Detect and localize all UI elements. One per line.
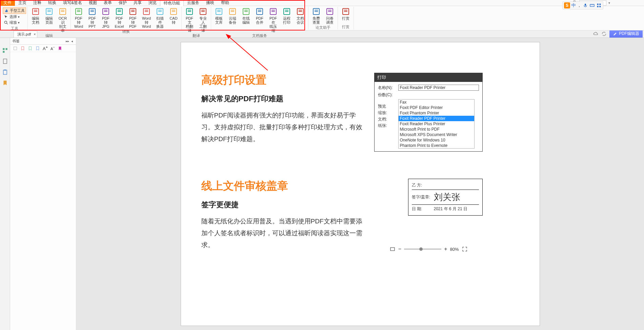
ribbon-btn-OCR识别文本[interactable]: OCR识 别文本 (56, 7, 69, 33)
bookmark-side-icon[interactable] (2, 80, 8, 86)
ribbon-btn-模板文库[interactable]: 模板 文库 (213, 7, 225, 33)
menu-视图[interactable]: 视图 (85, 0, 100, 6)
menu-浏览[interactable]: 浏览 (145, 0, 160, 6)
group-label: 文档服务 (252, 33, 267, 38)
menu-特色功能[interactable]: 特色功能 (160, 0, 184, 6)
collapse-icon[interactable]: ▸▸ (65, 39, 70, 43)
fit-width-icon[interactable] (389, 246, 396, 252)
ribbon-btn-PDF合并[interactable]: PDF 合并 (253, 7, 266, 33)
bm-flag-icon[interactable] (35, 46, 40, 51)
ribbon-btn-PDF文档翻译[interactable]: PDF文 档翻译 (183, 7, 196, 33)
document-viewport[interactable]: 高级打印设置 解决常见的PDF打印难题 福昕PDF阅读器拥有强大的打印功能，界面… (76, 38, 644, 330)
svg-rect-42 (201, 10, 205, 10)
svg-rect-40 (188, 11, 191, 12)
cloud-icon[interactable] (593, 31, 599, 37)
keyboard-icon[interactable] (589, 3, 595, 8)
sync-icon[interactable] (601, 31, 607, 37)
menu-播映[interactable]: 播映 (203, 0, 218, 6)
ribbon-btn-文档会议[interactable]: 文档 会议 (294, 7, 307, 33)
dropdown-icon[interactable]: ▾ (608, 1, 610, 5)
zoom-slider[interactable] (404, 248, 441, 250)
svg-rect-61 (285, 11, 288, 12)
font-larger-icon[interactable]: A+ (43, 45, 48, 51)
ribbon-btn-编辑文档[interactable]: 编辑 文档 (29, 7, 42, 33)
menu-表单[interactable]: 表单 (100, 0, 115, 6)
svg-rect-84 (3, 59, 7, 64)
ribbon-btn-PDF转PDF[interactable]: PDF 转PDF (126, 7, 139, 29)
ribbon-btn-PDF在线压缩[interactable]: PDF在 线压缩 (267, 7, 280, 33)
svg-rect-43 (201, 11, 205, 12)
menu-转换[interactable]: 转换 (45, 0, 60, 6)
sign-title: 线上文件审核盖章 (201, 179, 364, 194)
svg-rect-13 (61, 11, 64, 12)
menu-文件[interactable]: 文件 (0, 0, 15, 6)
bm-add-icon[interactable] (20, 46, 25, 51)
group-label: 编辑 (45, 33, 53, 38)
svg-rect-55 (258, 11, 261, 12)
bm-marker-icon[interactable] (58, 46, 62, 51)
ribbon-btn-编辑页面[interactable]: 编辑 页面 (43, 7, 56, 33)
menu-云服务[interactable]: 云服务 (184, 0, 203, 6)
zoom-in[interactable]: + (444, 246, 447, 252)
select-tool[interactable]: 选择 ▾ (3, 14, 26, 20)
zoom-tool[interactable]: 缩放 ▾ (3, 20, 26, 25)
menubar: 文件主页注释转换填写&签名视图表单保护共享浏览特色功能云服务播映帮助 ▾ (0, 0, 644, 6)
ribbon-btn-问卷调查[interactable]: 问卷 调查 (323, 7, 336, 25)
document-tabbar: 演示.pdf × PDF编辑器 (0, 30, 644, 38)
sign-subtitle: 签字更便捷 (201, 200, 364, 210)
ribbon-btn-专业人工翻译[interactable]: 专业人 工翻译 (197, 7, 209, 33)
font-smaller-icon[interactable]: A− (51, 46, 55, 51)
ribbon-btn-PDF转JPG[interactable]: PDF 转JPG (99, 7, 112, 29)
ribbon-btn-免费查重[interactable]: 免费 查重 (310, 7, 323, 25)
svg-rect-60 (285, 10, 288, 10)
svg-rect-49 (231, 11, 234, 12)
menu-共享[interactable]: 共享 (130, 0, 145, 6)
ribbon-btn-PDF转Word[interactable]: PDF转 Word (72, 7, 85, 29)
svg-rect-10 (47, 11, 51, 12)
ribbon-btn-PDF转Excel[interactable]: PDF转 Excel (113, 7, 126, 29)
bm-expand-icon[interactable] (13, 46, 18, 51)
bm-tag-icon[interactable] (28, 46, 33, 51)
ime-lang[interactable]: 中 (571, 2, 576, 8)
printer-list: FaxFoxit PDF Editor PrinterFoxit Phantom… (398, 99, 475, 149)
ime-punct-icon[interactable]: ， (577, 3, 581, 8)
ribbon-group-文档服务: 模板 文库云端 备份在线 编辑PDF 合并PDF在 线压缩远程 打印文档 会议文… (211, 7, 308, 29)
ribbon-btn-Word转Word[interactable]: Word 转Word (140, 7, 153, 29)
ribbon-btn-在线编辑[interactable]: 在线 编辑 (240, 7, 253, 33)
ribbon-group-tools: 手型工具 选择 ▾ 缩放 ▾ 工具 (1, 7, 28, 29)
page-icon[interactable] (2, 58, 8, 64)
ribbon-btn-打赏[interactable]: 打赏 (339, 7, 352, 21)
group-label: 工具 (11, 26, 18, 31)
thumbnails-icon[interactable] (2, 47, 8, 53)
menu-注释[interactable]: 注释 (30, 0, 45, 6)
grid-icon[interactable] (596, 3, 602, 8)
zoom-out[interactable]: − (398, 246, 401, 252)
svg-rect-69 (328, 10, 331, 10)
ribbon-btn-远程打印[interactable]: 远程 打印 (280, 7, 293, 33)
svg-rect-51 (244, 10, 248, 10)
close-icon[interactable]: × (34, 32, 36, 36)
printer-option: Foxit Reader Plus Printer (399, 121, 474, 127)
svg-rect-30 (145, 10, 148, 10)
svg-rect-70 (328, 11, 331, 12)
pdf-editor-button[interactable]: PDF编辑器 (609, 30, 643, 38)
ribbon-group-论文助手: 免费 查重问卷 调查论文助手 (308, 7, 338, 29)
ribbon-btn-扫描件换器[interactable]: 扫描件 换器 (154, 7, 166, 29)
svg-point-3 (4, 21, 7, 23)
fullscreen-icon[interactable] (462, 246, 468, 252)
group-label: 打赏 (342, 24, 349, 29)
ribbon-btn-CAD转[interactable]: CAD转 (167, 7, 180, 29)
ribbon-btn-PDF转PPT[interactable]: PDF转 PPT (86, 7, 99, 29)
menu-帮助[interactable]: 帮助 (218, 0, 233, 6)
ribbon-btn-云端备份[interactable]: 云端 备份 (226, 7, 239, 33)
panel-close-icon[interactable]: ◂ (70, 39, 74, 43)
hand-tool[interactable]: 手型工具 (3, 7, 26, 14)
mic-icon[interactable] (583, 3, 588, 8)
menu-主页[interactable]: 主页 (15, 0, 30, 6)
ime-toolbar[interactable]: S 中 ， (562, 1, 603, 9)
svg-rect-58 (271, 11, 275, 12)
menu-填写&签名[interactable]: 填写&签名 (60, 0, 85, 6)
menu-保护[interactable]: 保护 (115, 0, 130, 6)
clipboard-icon[interactable] (2, 69, 8, 75)
document-tab[interactable]: 演示.pdf × (14, 31, 37, 38)
